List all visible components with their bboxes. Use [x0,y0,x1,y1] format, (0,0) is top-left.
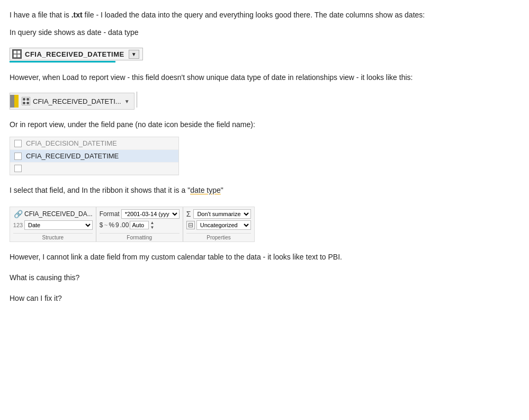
svg-rect-0 [14,51,16,53]
checkbox-3[interactable] [14,165,22,172]
gray-bar [10,95,14,108]
ribbon-container: 🔗 CFIA_RECEIVED_DA... 123 Date Structure… [10,207,255,242]
sigma-icon: Σ [186,210,191,218]
question-section-2: How can I fix it? [10,293,519,304]
format-label-text: Format [100,210,120,218]
field-pane-name-1: CFIA_DECISION_DATETIME [26,139,117,147]
ribbon-row-date: 123 Date [13,220,93,230]
svg-rect-5 [26,98,29,101]
query-field-box: CFIA_RECEIVED_DATETIME ▼ [10,48,143,60]
rel-dropdown-arrow[interactable]: ▼ [124,99,130,104]
link-icon: 🔗 [13,209,23,219]
properties-label: Properties [186,233,252,240]
svg-rect-4 [23,98,25,101]
small-grid-svg [22,97,30,105]
svg-rect-1 [17,51,20,53]
conclusion-para-1: However, I cannot link a date field from… [10,252,519,263]
ribbon-row-summarize: Σ Don't summarize [186,209,252,219]
rel-section: However, when Load to report view - this… [10,72,519,110]
ribbon-intro-text: I select that field, and In the ribbon i… [10,185,519,196]
dollar-label: $ [100,221,103,229]
structure-label: Structure [13,233,93,240]
query-field-name: CFIA_RECEIVED_DATETIME [25,50,124,58]
ribbon-row-format-label: Format *2001-03-14 (yyyy-... [100,209,180,219]
checkbox-1[interactable] [14,140,22,147]
svg-rect-3 [17,55,20,57]
grid-icon [12,49,22,59]
spinner-up[interactable]: ▲ [150,220,154,225]
ribbon-row-field: 🔗 CFIA_RECEIVED_DA... [13,209,93,219]
spinner-down[interactable]: ▼ [150,225,154,230]
auto-input[interactable] [130,221,149,229]
ribbon-row-currency: $ ~ % 9 .00 ▲ ▼ [100,220,180,230]
question-section-1: What is causing this? [10,272,519,283]
query-section: In query side shows as date - data type … [10,27,519,62]
intro-text-1: I have a file that is [10,11,71,19]
ribbon-intro-part1: I select that field, and In the ribbon i… [10,186,187,194]
ribbon-field-display: CFIA_RECEIVED_DA... [24,210,93,218]
svg-rect-2 [14,55,16,57]
rel-field-box: CFIA_RECEIVED_DATETI... ▼ [10,93,135,110]
ribbon-properties-section: Σ Don't summarize ⊟ Uncategorized Proper… [183,207,255,242]
date-icon: 123 [13,220,23,230]
ribbon-highlight-text: date type [190,186,221,194]
field-pane-list: CFIA_DECISION_DATETIME CFIA_RECEIVED_DAT… [10,137,179,175]
field-pane-name-2: CFIA_RECEIVED_DATETIME [26,152,119,160]
field-pane-section: Or in report view, under the field pane … [10,119,519,175]
cyan-underline [10,61,115,62]
decimal-label: .00 [120,221,129,229]
grid-svg [13,50,21,58]
rel-label: However, when Load to report view - this… [10,72,519,83]
uncategorized-select[interactable]: Uncategorized [196,220,252,230]
question-2: How can I fix it? [10,293,519,304]
rel-field-wrapper: CFIA_RECEIVED_DATETI... ▼ [10,90,519,110]
field-pane-row-1: CFIA_DECISION_DATETIME [10,137,178,150]
page-content: I have a file that is .txt file - I load… [10,10,519,304]
intro-text-2: file - I loaded the data into the query … [83,11,425,19]
rel-field-separator [137,92,137,108]
dont-summarize-select[interactable]: Don't summarize [193,209,251,219]
ribbon-formatting-section: Format *2001-03-14 (yyyy-... $ ~ % 9 .00… [96,207,183,242]
field-pane-label: Or in report view, under the field pane … [10,119,519,130]
svg-rect-6 [23,102,25,104]
svg-rect-7 [26,102,29,104]
tilde-label: ~ [104,221,107,229]
query-field-wrapper: CFIA_RECEIVED_DATETIME ▼ [10,44,519,62]
conclusion-section: However, I cannot link a date field from… [10,252,519,263]
checkbox-2[interactable] [14,153,22,160]
ribbon-structure-section: 🔗 CFIA_RECEIVED_DA... 123 Date Structure [10,207,96,242]
yellow-bar [14,95,19,108]
format-select[interactable]: *2001-03-14 (yyyy-... [121,209,180,219]
query-label: In query side shows as date - data type [10,27,519,38]
ribbon-row-uncategorized: ⊟ Uncategorized [186,220,252,230]
small-grid-icon [22,97,30,105]
formatting-label: Formatting [100,233,180,240]
field-pane-row-3 [10,163,178,175]
rel-field-name: CFIA_RECEIVED_DATETI... [33,97,121,105]
nine-label: 9 [115,221,119,229]
table-icon: ⊟ [186,221,195,229]
spinner[interactable]: ▲ ▼ [150,220,154,230]
query-dropdown-arrow[interactable]: ▼ [129,50,139,59]
bold-txt: .txt [71,11,83,19]
field-pane-row-2[interactable]: CFIA_RECEIVED_DATETIME [10,150,178,163]
question-1: What is causing this? [10,272,519,283]
ribbon-intro-section: I select that field, and In the ribbon i… [10,185,519,242]
percent-label: % [109,221,114,229]
intro-paragraph: I have a file that is .txt file - I load… [10,10,519,21]
ribbon-quote-close: " [221,186,223,194]
date-type-select[interactable]: Date [24,220,93,230]
